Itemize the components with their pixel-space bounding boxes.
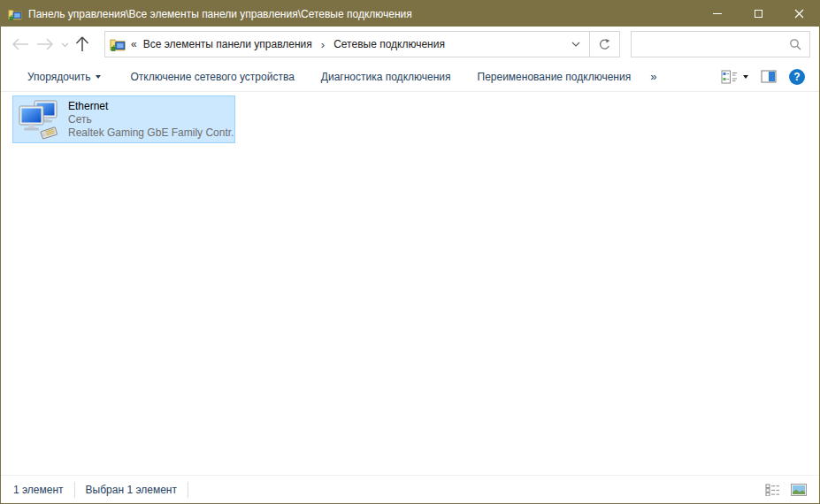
thumbnail-view-icon [791, 484, 807, 496]
connection-device: Realtek Gaming GbE Family Contr... [68, 126, 234, 140]
connection-status: Сеть [68, 113, 234, 126]
close-button[interactable] [778, 1, 819, 27]
minimize-icon [713, 13, 722, 14]
file-list-area[interactable]: Ethernet Сеть Realtek Gaming GbE Family … [1, 92, 819, 475]
chevron-down-icon [571, 42, 580, 47]
up-button-icon[interactable] [75, 36, 89, 52]
disable-device-label: Отключение сетевого устройства [130, 71, 294, 83]
network-connections-icon [8, 7, 22, 21]
breadcrumb-separator-icon[interactable]: › [318, 38, 328, 51]
connection-name: Ethernet [68, 100, 234, 113]
breadcrumb-root-chevron[interactable]: « [126, 38, 138, 50]
maximize-button[interactable] [738, 1, 778, 27]
window-title: Панель управления\Все элементы панели уп… [28, 8, 412, 20]
breadcrumb-network-connections[interactable]: Сетевые подключения [328, 38, 450, 50]
search-box [631, 31, 810, 57]
rename-connection-button[interactable]: Переименование подключения [478, 71, 632, 83]
search-input[interactable] [632, 32, 789, 57]
divider [74, 482, 75, 498]
status-bar: 1 элемент Выбран 1 элемент [1, 475, 819, 503]
organize-label: Упорядочить [27, 71, 90, 83]
organize-menu-button[interactable]: Упорядочить [27, 71, 101, 83]
search-icon[interactable] [789, 38, 801, 50]
forward-button-icon[interactable] [36, 38, 54, 50]
breadcrumb-all-items[interactable]: Все элементы панели управления [138, 38, 318, 50]
help-button[interactable]: ? [789, 69, 805, 85]
preview-pane-button[interactable] [761, 70, 777, 83]
back-button-icon[interactable] [11, 38, 29, 50]
diagnose-label: Диагностика подключения [321, 71, 451, 83]
chevron-down-icon [96, 75, 101, 81]
command-bar: Упорядочить Отключение сетевого устройст… [1, 62, 819, 92]
ethernet-adapter-icon [18, 98, 60, 141]
recent-locations-chevron-icon[interactable] [61, 42, 69, 48]
close-icon [794, 9, 804, 19]
chevron-down-icon [743, 75, 748, 81]
large-icons-view-button[interactable] [789, 482, 809, 498]
network-connections-icon [110, 36, 126, 52]
tiles-view-icon [721, 70, 738, 84]
help-icon: ? [793, 71, 800, 83]
minimize-button[interactable] [697, 1, 738, 27]
disable-network-device-button[interactable]: Отключение сетевого устройства [130, 71, 294, 83]
title-bar: Панель управления\Все элементы панели уп… [1, 1, 819, 27]
item-count: 1 элемент [13, 484, 64, 496]
refresh-button[interactable] [589, 31, 620, 57]
divider [188, 482, 188, 498]
selection-count: Выбран 1 элемент [86, 484, 177, 496]
navigation-bar: « Все элементы панели управления › Сетев… [1, 27, 819, 62]
maximize-icon [755, 10, 763, 18]
connection-item-ethernet[interactable]: Ethernet Сеть Realtek Gaming GbE Family … [12, 95, 235, 143]
diagnose-connection-button[interactable]: Диагностика подключения [321, 71, 451, 83]
address-bar[interactable]: « Все элементы панели управления › Сетев… [104, 31, 590, 57]
view-options-button[interactable] [721, 70, 748, 84]
preview-pane-icon [761, 70, 777, 83]
details-view-button[interactable] [763, 482, 782, 498]
refresh-icon [598, 38, 611, 51]
toolbar-overflow-button[interactable]: » [650, 70, 656, 83]
address-dropdown-button[interactable] [563, 32, 589, 57]
explorer-window: Панель управления\Все элементы панели уп… [0, 0, 820, 504]
details-view-icon [765, 484, 780, 496]
rename-label: Переименование подключения [478, 71, 632, 83]
